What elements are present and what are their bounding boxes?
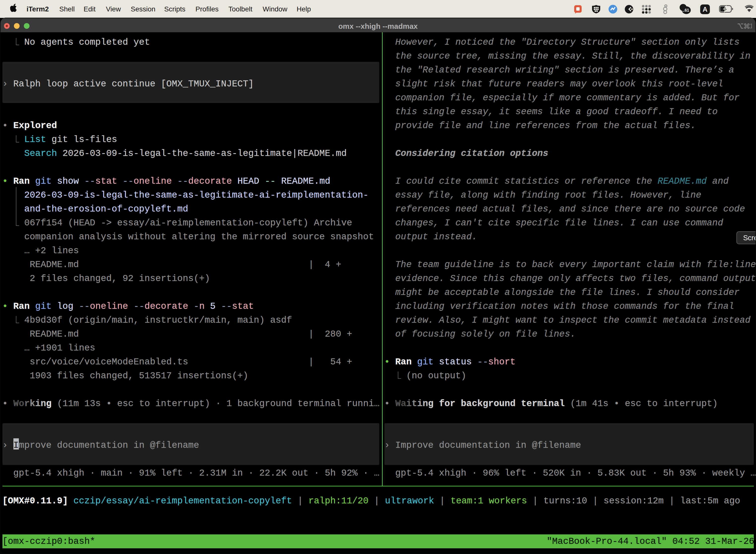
svg-text:..61: ..61 [682, 8, 689, 12]
svg-text:1: 1 [750, 23, 752, 29]
